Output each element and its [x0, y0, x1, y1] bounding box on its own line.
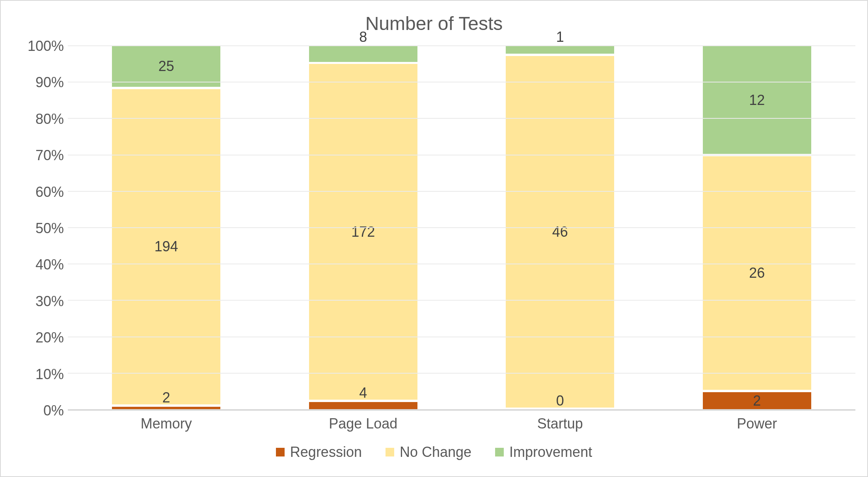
bar-value-label: 1	[556, 29, 564, 45]
chart-title: Number of Tests	[13, 13, 855, 34]
bar-memory: 251942	[112, 46, 220, 410]
y-tick-label: 50%	[35, 220, 64, 237]
chart-frame: Number of Tests 0%10%20%30%40%50%60%70%8…	[0, 0, 868, 477]
y-tick-label: 40%	[35, 256, 64, 273]
gridline	[68, 373, 855, 374]
legend-label: Regression	[290, 444, 362, 460]
gridline	[68, 264, 855, 264]
bars-container: 25194281724146012262	[68, 46, 855, 410]
x-tick-label: Power	[659, 411, 856, 438]
legend-item-no-change: No Change	[386, 444, 471, 460]
legend-swatch	[495, 448, 504, 456]
bar-segment-improvement: 1	[506, 46, 614, 54]
gridline	[68, 409, 855, 410]
legend-swatch	[386, 448, 394, 456]
legend-label: Improvement	[509, 444, 592, 460]
legend-label: No Change	[400, 444, 471, 460]
y-tick-label: 100%	[28, 38, 64, 54]
x-axis: MemoryPage LoadStartupPower	[68, 411, 855, 438]
bar-value-label: 46	[552, 224, 568, 240]
bar-slot: 12262	[659, 46, 856, 410]
bar-segment-improvement: 25	[112, 46, 220, 87]
bar-value-label: 12	[749, 92, 765, 108]
gridline	[68, 118, 855, 119]
legend-swatch	[276, 448, 285, 456]
y-tick-label: 0%	[43, 402, 64, 419]
bar-startup: 1460	[506, 46, 614, 410]
bar-value-label: 25	[158, 58, 174, 75]
bar-value-label: 194	[155, 238, 178, 255]
bar-value-label: 172	[351, 224, 375, 240]
bar-segment-improvement: 12	[703, 46, 811, 154]
y-tick-label: 20%	[35, 329, 64, 346]
x-tick-label: Memory	[68, 411, 265, 438]
bar-slot: 81724	[265, 46, 462, 410]
gridline	[68, 155, 855, 155]
y-tick-label: 70%	[35, 147, 64, 164]
bar-segment-improvement: 8	[309, 46, 417, 62]
bar-slot: 251942	[68, 46, 265, 410]
legend-item-regression: Regression	[276, 444, 362, 460]
bar-power: 12262	[703, 46, 811, 410]
bar-segment-regression: 2	[703, 392, 811, 410]
x-tick-label: Startup	[462, 411, 659, 438]
gridline	[68, 82, 855, 82]
legend-item-improvement: Improvement	[495, 444, 592, 460]
x-axis-row: MemoryPage LoadStartupPower	[13, 411, 855, 438]
legend: RegressionNo ChangeImprovement	[13, 438, 855, 472]
gridline	[68, 337, 855, 337]
x-tick-label: Page Load	[265, 411, 462, 438]
y-tick-label: 60%	[35, 184, 64, 200]
bar-segment-no-change: 172	[309, 64, 417, 400]
bar-segment-no-change: 46	[506, 56, 614, 408]
bar-segment-no-change: 194	[112, 89, 220, 404]
gridline	[68, 227, 855, 228]
y-tick-label: 80%	[35, 111, 64, 127]
y-tick-label: 10%	[35, 366, 64, 383]
plot-area: 25194281724146012262	[68, 46, 855, 411]
gridline	[68, 300, 855, 301]
gridline	[68, 45, 855, 46]
bar-slot: 1460	[462, 46, 659, 410]
bar-value-label: 8	[359, 29, 367, 45]
bar-value-label: 2	[162, 389, 170, 406]
bar-value-label: 26	[749, 265, 765, 281]
gridline	[68, 191, 855, 192]
plot-row: 0%10%20%30%40%50%60%70%80%90%100% 251942…	[13, 46, 855, 411]
bar-value-label: 4	[359, 385, 367, 401]
y-axis: 0%10%20%30%40%50%60%70%80%90%100%	[13, 46, 68, 411]
bar-page-load: 81724	[309, 46, 417, 410]
bar-value-label: 0	[556, 393, 564, 409]
y-tick-label: 90%	[35, 74, 64, 91]
y-tick-label: 30%	[35, 293, 64, 310]
bar-value-label: 2	[753, 393, 761, 409]
